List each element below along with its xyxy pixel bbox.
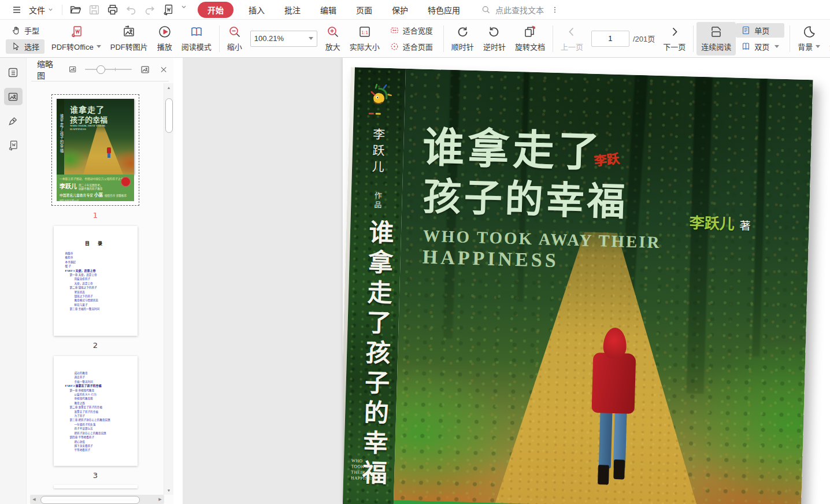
pdf-to-image-button[interactable]: PDF转图片 <box>106 22 153 55</box>
continuous-reading-button[interactable]: 连续阅读 <box>696 22 736 55</box>
rotate-counterclockwise-button[interactable]: 逆时针 <box>479 22 510 55</box>
convert-panel-button[interactable] <box>4 136 23 154</box>
open-file-icon[interactable] <box>69 3 82 16</box>
thumbnail-size-slider[interactable] <box>85 69 131 70</box>
toc-line: 再版序 <box>65 251 138 255</box>
chevron-down-icon <box>97 45 101 48</box>
mini-child-figure <box>107 147 111 153</box>
scroll-down-icon[interactable]: ▼ <box>164 488 173 492</box>
thumbnail-page-4-partial[interactable] <box>54 485 138 488</box>
chevron-down-icon[interactable] <box>180 3 187 16</box>
double-page-button[interactable]: 双页 <box>736 39 784 54</box>
export-doc-icon[interactable] <box>162 3 175 16</box>
file-menu[interactable]: 文件 <box>25 4 57 16</box>
pdf-to-office-button[interactable]: PDF转Office <box>47 22 106 55</box>
thumbnail-page-2[interactable]: 目 录 再版序推荐序本书源起楔 子PART 1 天使，还是上帝第一章 天使，还是… <box>54 226 138 336</box>
mini-red-seal <box>121 177 131 187</box>
scroll-left-icon[interactable]: ◀ <box>30 495 38 504</box>
actual-size-button[interactable]: 1:1 实际大小 <box>345 22 384 55</box>
page-number-input[interactable] <box>591 31 629 47</box>
thumbnail-page-1[interactable]: 谁拿走了孩子的幸福 谁拿走了 孩子的幸福 WHO TOOK AWAY THEIR… <box>51 94 139 206</box>
toc-line: 蹲下身来看孩子 <box>65 444 138 448</box>
toc-line: 教育之路 <box>65 401 138 405</box>
scrollbar-thumb[interactable] <box>40 496 140 504</box>
toc-line: 逃走孩子 <box>65 375 138 379</box>
divider <box>693 25 694 52</box>
double-page-icon <box>741 42 751 51</box>
divider <box>219 25 220 52</box>
moon-icon <box>802 25 816 39</box>
divider <box>553 25 553 52</box>
small-thumbnails-icon[interactable] <box>68 65 77 74</box>
toc-line: 把孩子放在心上的教育实践 <box>65 431 138 435</box>
outline-panel-button[interactable] <box>4 64 23 81</box>
rotate-document-button[interactable]: 旋转文档 <box>510 22 550 55</box>
panel-horizontal-scrollbar[interactable]: ◀ ▶ <box>30 495 164 504</box>
thumbnail-page-3[interactable]: 成功的教育逃走孩子幸福一整天时间PART 2 谁拿走了孩子的幸福第一章 审视现代… <box>54 356 138 466</box>
hand-tool-button[interactable]: 手型 <box>6 23 45 38</box>
undo-icon[interactable] <box>125 3 138 16</box>
select-tool-button[interactable]: 选择 <box>6 39 45 54</box>
cover-title-line2: 孩子的幸福 <box>423 165 629 227</box>
menu-tab[interactable]: 批注 <box>280 2 305 17</box>
publisher-logo-icon <box>365 83 392 112</box>
background-button[interactable]: 背景 <box>793 22 825 55</box>
zoom-in-button[interactable]: 放大 <box>321 22 345 55</box>
word-translate-button[interactable]: 划词翻译 <box>825 22 830 55</box>
large-thumbnails-icon[interactable] <box>140 64 150 75</box>
read-mode-button[interactable]: 阅读模式 <box>177 22 216 55</box>
menu-tab[interactable]: 保护 <box>387 2 413 17</box>
toc-line: 为了孩子 <box>65 414 138 418</box>
toc-line: PART 1 天使，还是上帝 <box>65 269 138 273</box>
menu-tab[interactable]: 开始 <box>198 2 234 18</box>
document-viewer[interactable]: 李跃儿 作品 谁拿走了孩子的幸福 WHOTOOK AWAYTHEIRHAPPIN… <box>183 58 830 504</box>
scroll-up-icon[interactable]: ▲ <box>164 86 173 90</box>
save-icon[interactable] <box>88 3 101 16</box>
toc-line: 第三章 把孩子放在心上的教育实践 <box>65 418 138 422</box>
logo-caption <box>369 113 381 115</box>
toc-line: 第四章 平等地看孩子 <box>65 435 138 439</box>
rotate-clockwise-button[interactable]: 顺时针 <box>447 22 479 55</box>
menu-tab[interactable]: 特色应用 <box>423 2 465 17</box>
menu-tab[interactable]: 页面 <box>351 2 377 17</box>
single-page-button[interactable]: 单页 <box>736 23 784 38</box>
panel-vertical-scrollbar[interactable]: ▲ ▼ <box>164 83 173 495</box>
menu-tab[interactable]: 编辑 <box>316 2 341 17</box>
next-page-button[interactable]: 下一页 <box>658 22 690 55</box>
search-box[interactable]: 点此查找文本 <box>481 4 544 16</box>
fit-page-button[interactable]: 适合页面 <box>384 39 438 54</box>
spine-works-label: 作品 <box>372 191 383 210</box>
toc-line: 谁拿走了孩子的幸福 <box>65 410 138 414</box>
zoom-level-value: 100.21% <box>254 34 284 43</box>
thumbnails-panel-button[interactable] <box>4 88 23 105</box>
pdf-to-image-icon <box>122 25 136 39</box>
fit-width-button[interactable]: 适合宽度 <box>384 23 438 38</box>
toc-line: 鲜花与果子 <box>65 303 138 307</box>
toc-line: 幸福一整天时间 <box>65 380 138 384</box>
play-button[interactable]: 播放 <box>153 22 177 55</box>
hamburger-icon[interactable] <box>8 5 25 15</box>
chevron-down-icon <box>47 6 54 13</box>
annotate-panel-button[interactable] <box>4 112 23 129</box>
toc-line: 把心放低 <box>65 440 138 444</box>
menu-tab[interactable]: 插入 <box>244 2 269 17</box>
actual-size-icon: 1:1 <box>358 25 372 39</box>
doc-export-icon <box>7 139 19 151</box>
close-panel-icon[interactable] <box>160 65 168 74</box>
toc-line: 以爱的名义人·行为 <box>65 392 138 396</box>
toc-line: 第二章 谁拿走了孩子的幸福 <box>65 405 138 409</box>
page-number-label: 2 <box>93 341 98 350</box>
toc-line: 审视现代教育观 <box>65 396 138 401</box>
zoom-level-combobox[interactable]: 100.21% <box>250 31 317 47</box>
zoom-out-button[interactable]: 缩小 <box>223 22 247 55</box>
page-number-label: 3 <box>93 471 98 480</box>
rotate-clockwise-icon <box>455 25 469 39</box>
redo-icon[interactable] <box>143 3 156 16</box>
prev-page-button[interactable]: 上一页 <box>556 22 588 55</box>
scroll-right-icon[interactable]: ▶ <box>156 495 164 504</box>
scrollbar-thumb[interactable] <box>165 98 173 133</box>
print-icon[interactable] <box>106 3 119 16</box>
more-options-icon[interactable] <box>551 6 559 14</box>
chevron-down-icon <box>775 45 779 48</box>
slider-knob[interactable] <box>97 65 105 74</box>
